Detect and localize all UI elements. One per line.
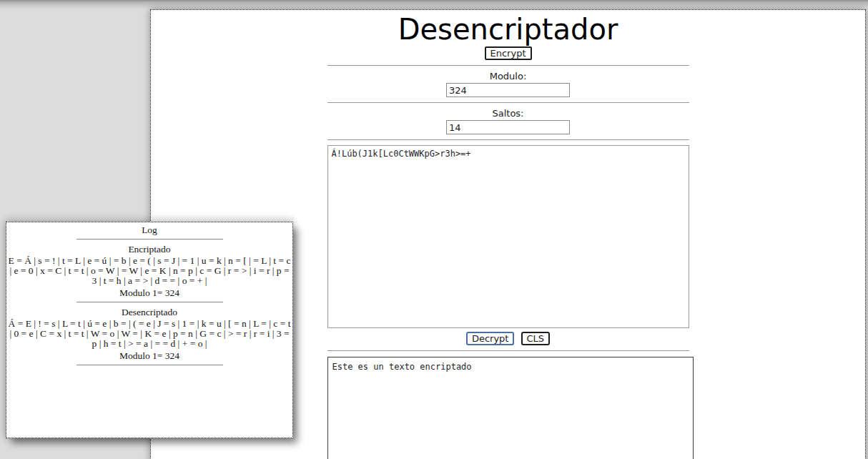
modulo-input[interactable] [446,83,570,97]
log-section-encriptado: Encriptado E = Á | s = ! | t = L | e = ú… [6,244,292,298]
log-modulo-line: Modulo 1= 324 [6,350,292,361]
divider [327,102,689,104]
log-title: Log [6,224,292,235]
log-divider [77,302,223,302]
log-divider [77,365,223,365]
saltos-input[interactable] [446,120,570,134]
log-modulo-line: Modulo 1= 324 [6,287,292,298]
modulo-label: Modulo: [327,71,689,82]
page-title: Desencriptador [151,14,865,45]
log-mapping-text: Á = E | ! = s | L = t | ú = e | b = | ( … [8,319,291,349]
divider [327,350,689,352]
encrypt-button[interactable]: Encrypt [485,46,532,60]
log-section-heading: Encriptado [6,244,292,255]
encrypted-text-area[interactable]: Á!Lúb(J1k[Lc0CtWWKpG>r3h>=+ [327,145,689,328]
log-divider [77,239,223,240]
cls-button[interactable]: CLS [521,332,551,345]
log-section-heading: Desencriptado [6,307,292,317]
decrypt-button[interactable]: Decrypt [466,332,515,345]
log-section-desencriptado: Desencriptado Á = E | ! = s | L = t | ú … [6,307,292,361]
saltos-label: Saltos: [327,108,689,119]
divider [327,65,689,66]
decrypted-output-area[interactable]: Este es un texto encriptado [327,357,694,459]
divider [327,139,689,141]
window-top-edge-shade [0,0,868,10]
log-mapping-text: E = Á | s = ! | t = L | e = ú | = b | e … [8,256,291,286]
log-panel: Log Encriptado E = Á | s = ! | t = L | e… [6,222,293,438]
